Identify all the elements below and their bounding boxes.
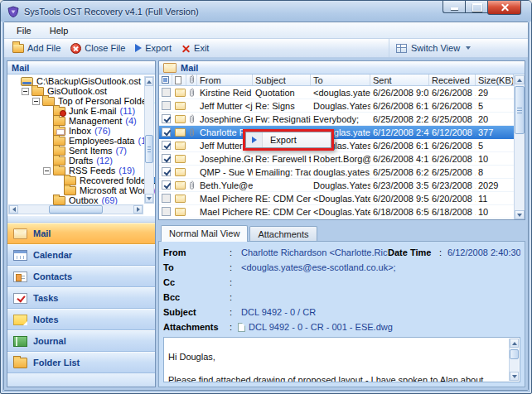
collapse-expander-icon[interactable] (43, 167, 51, 175)
column-header[interactable]: Received (429, 74, 476, 85)
tree-item[interactable]: Employees-data (11) (9, 136, 155, 146)
tree-item[interactable]: Management (4) (9, 116, 155, 126)
mail-row[interactable]: Charlotte Rich... DCL 9492 - 0 / CR <dou… (159, 126, 514, 139)
tree-hscroll-thumb[interactable] (49, 205, 102, 214)
detail-tab[interactable]: Attachments (249, 226, 317, 241)
tree-item-label: Inbox (69, 126, 91, 136)
column-header[interactable]: Subject (253, 74, 311, 85)
row-checkbox[interactable] (162, 207, 171, 216)
collapse-expander-icon[interactable] (32, 98, 40, 105)
mail-row[interactable]: Jeff Mutter <je... Douglas.Yates... 6/26… (159, 139, 514, 152)
nav-item-journal[interactable]: Journal (7, 330, 155, 352)
column-header[interactable]: Size(KB) (476, 74, 514, 85)
mail-row[interactable]: Josephine.Gri... Fw: Resignatio... Every… (159, 113, 514, 126)
row-checkbox[interactable] (162, 127, 171, 137)
row-checkbox[interactable] (162, 114, 171, 123)
toolbar-button[interactable]: Export (130, 41, 177, 55)
row-checkbox[interactable] (162, 101, 171, 110)
body-scroll-thumb[interactable] (510, 349, 519, 359)
switch-view-button[interactable]: Switch View (389, 39, 525, 57)
row-checkbox[interactable] (162, 167, 171, 176)
row-checkbox[interactable] (162, 194, 171, 203)
tree-item[interactable]: Junk E-mail (11) (9, 106, 155, 116)
tree-item[interactable]: GisOutlook.ost (9, 86, 155, 96)
tree-item[interactable]: Drafts (12) (9, 156, 155, 166)
detail-field: Bcc (163, 290, 520, 305)
toolbar-button[interactable]: Exit (177, 41, 214, 55)
row-checkbox[interactable] (162, 180, 171, 190)
envelope-icon (175, 208, 186, 216)
select-all-header[interactable] (159, 74, 172, 85)
scroll-up-icon[interactable] (515, 75, 525, 84)
tree-item-count: (76) (94, 126, 111, 136)
column-header[interactable]: From (197, 74, 253, 85)
column-header[interactable]: To (311, 74, 370, 85)
mail-row[interactable]: Beth.Yule@ese... Douglas.Yates... 6/23/2… (159, 179, 514, 192)
main-area: Mail C:\Backup\GisOutlook.ost (4, 58, 528, 390)
tree-item[interactable]: Top of Personal Folders (0) (9, 96, 155, 106)
panel-splitter[interactable] (7, 215, 155, 223)
paperclip-icon (189, 127, 195, 137)
tree-item[interactable]: Inbox (76) (9, 126, 155, 136)
detail-tab[interactable]: Normal Mail View (161, 225, 248, 242)
scroll-up-icon[interactable] (145, 77, 153, 86)
scroll-down-icon[interactable] (510, 372, 519, 381)
nav-item-folderlist[interactable]: Folder List (7, 352, 155, 373)
field-value: Charlotte Richardson <Charlotte.Richards… (241, 247, 388, 257)
notes-icon (13, 315, 27, 325)
nav-item-tasks[interactable]: Tasks (7, 287, 155, 309)
scroll-down-icon[interactable] (145, 194, 153, 203)
toolbar-left: Add File Close File Export Exit (7, 41, 214, 55)
nav-item-contacts[interactable]: Contacts (7, 266, 155, 287)
row-checkbox[interactable] (162, 154, 171, 163)
row-checkbox[interactable] (162, 88, 171, 97)
tree-item-label: C:\Backup\GisOutlook.ost (36, 76, 141, 86)
row-checkbox[interactable] (162, 141, 171, 150)
context-menu-export-item[interactable]: Export (263, 135, 297, 145)
menu-help[interactable]: Help (42, 24, 76, 37)
tree-item[interactable]: Recovered folder 1 (1 (9, 175, 155, 185)
title-bar[interactable]: SysTools OST Recovery v4.1 (Full Version… (1, 1, 531, 22)
scroll-up-icon[interactable] (510, 339, 519, 348)
field-label: Bcc (163, 292, 230, 302)
tree-vertical-scrollbar[interactable] (144, 76, 154, 204)
tree-horizontal-scrollbar[interactable] (8, 204, 143, 214)
nav-item-label: Tasks (33, 293, 58, 303)
item-type-header[interactable] (172, 74, 186, 85)
mail-row[interactable]: QMP - Sue War... Emailing: Tradi... doug… (159, 166, 514, 179)
mail-body-text: Hi Douglas, Please find attached drawing… (168, 352, 483, 382)
scroll-right-icon[interactable] (133, 205, 143, 214)
column-header[interactable]: Sent (370, 74, 429, 85)
scroll-left-icon[interactable] (9, 205, 18, 214)
grid-vertical-scrollbar[interactable] (514, 75, 525, 219)
maximize-button[interactable] (465, 1, 487, 13)
detail-field: AttachmentsDCL 9492 - 0 - CR - 001 - ESE… (163, 320, 520, 334)
mail-row[interactable]: Jeff Mutter <je... Re: Signs Douglas.Yat… (159, 99, 514, 113)
attachment-header[interactable] (186, 74, 197, 85)
cell-subject: Re: Signs (253, 99, 311, 112)
cell-size: 10 (476, 205, 491, 218)
collapse-expander-icon[interactable] (22, 88, 29, 95)
scroll-down-icon[interactable] (515, 210, 525, 219)
nav-item-notes[interactable]: Notes (7, 309, 155, 330)
minimize-button[interactable] (443, 1, 465, 13)
tree-item-count: (11) (119, 106, 135, 116)
mail-row[interactable]: Kirstine Reid <... Quotation <douglas.ya… (159, 86, 514, 99)
mail-row[interactable]: Mael Pichereau... RE: CDM Certifi... <Do… (159, 192, 514, 205)
mail-body[interactable]: Hi Douglas, Please find attached drawing… (163, 337, 520, 382)
tree-item[interactable]: RSS Feeds (19) (9, 166, 155, 175)
mail-row[interactable]: Mael Pichereau... RE: CDM Certifi... <Do… (159, 205, 514, 219)
tree-scroll-thumb[interactable] (145, 135, 153, 163)
menu-file[interactable]: File (9, 24, 39, 37)
export-icon (252, 137, 257, 143)
nav-item-calendar[interactable]: Calendar (7, 244, 155, 266)
toolbar-button[interactable]: Add File (7, 41, 65, 55)
toolbar-button[interactable]: Close File (65, 41, 130, 55)
tree-item[interactable]: Microsoft at Work (28 (9, 185, 155, 195)
close-button[interactable] (487, 1, 521, 15)
mail-row[interactable]: Josephine.Gri... Re: Farewell to... Robe… (159, 152, 514, 166)
tree-item[interactable]: Sent Items (7) (9, 146, 155, 156)
body-vertical-scrollbar[interactable] (509, 339, 519, 381)
grid-scroll-thumb[interactable] (515, 86, 525, 134)
nav-item-mail[interactable]: Mail (7, 223, 155, 244)
